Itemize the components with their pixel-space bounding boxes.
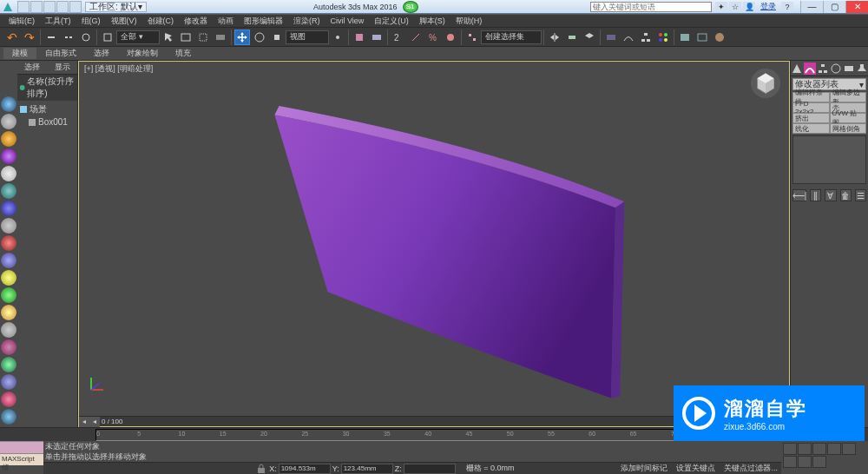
align-button[interactable] <box>564 30 580 45</box>
left-tool-icon[interactable] <box>1 305 16 320</box>
menu-modifiers[interactable]: 修改器 <box>179 16 213 27</box>
time-tag-label[interactable]: 添加时间标记 <box>621 463 667 474</box>
unlink-button[interactable] <box>61 30 76 45</box>
minimize-button[interactable]: — <box>800 1 823 13</box>
qat-icon[interactable] <box>17 1 30 13</box>
nav-button[interactable] <box>842 443 856 455</box>
left-tool-icon[interactable] <box>1 148 16 164</box>
utilities-panel-icon[interactable] <box>856 63 868 75</box>
nav-button[interactable] <box>798 443 812 455</box>
stack-pin-button[interactable]: ⟵| <box>792 189 806 201</box>
pivot-button[interactable] <box>330 30 345 45</box>
ribbon-tab-object-paint[interactable]: 对象绘制 <box>118 48 167 59</box>
help-icon[interactable]: ? <box>781 2 793 12</box>
window-crossing-button[interactable] <box>213 30 228 45</box>
named-sel-dropdown[interactable]: 创建选择集 <box>481 30 542 44</box>
left-tool-icon[interactable] <box>1 357 16 372</box>
render-production-button[interactable] <box>712 30 727 45</box>
ribbon-tab-populate[interactable]: 填充 <box>167 48 200 59</box>
select-scale-button[interactable] <box>269 30 285 45</box>
login-link[interactable]: 登录 <box>760 1 776 12</box>
left-tool-icon[interactable] <box>1 374 16 390</box>
select-manip-button[interactable] <box>352 30 367 45</box>
maximize-button[interactable]: ▢ <box>823 1 845 13</box>
modifier-btn[interactable]: 编辑多边形 <box>830 92 867 102</box>
modifier-btn[interactable]: UVW 贴图 <box>830 113 867 123</box>
menu-help[interactable]: 帮助(H) <box>450 16 488 27</box>
lock-icon[interactable] <box>255 464 267 474</box>
close-button[interactable]: ✕ <box>845 1 868 13</box>
subscription-icon[interactable]: ✦ <box>715 2 727 12</box>
stack-show-result-button[interactable]: ‖ <box>810 189 821 201</box>
menu-customize[interactable]: 自定义(U) <box>369 16 414 27</box>
snap-angle-button[interactable] <box>408 30 424 45</box>
menu-script[interactable]: 脚本(S) <box>414 16 450 27</box>
qat-icon[interactable] <box>30 1 43 13</box>
link-button[interactable] <box>43 30 59 45</box>
edit-named-sel-button[interactable] <box>464 30 480 45</box>
outliner-tab-display[interactable]: 显示 <box>48 61 78 74</box>
left-tool-icon[interactable] <box>1 218 16 234</box>
nav-button[interactable] <box>798 456 812 468</box>
ribbon-tab-freeform[interactable]: 自由形式 <box>36 48 85 59</box>
macro-recorder[interactable] <box>0 441 43 453</box>
nav-button[interactable] <box>783 456 797 468</box>
ribbon-tab-selection[interactable]: 选择 <box>85 48 118 59</box>
left-tool-icon[interactable] <box>1 166 16 181</box>
scroll-left-button[interactable]: ◂ <box>79 417 89 427</box>
select-region-button[interactable] <box>195 30 211 45</box>
info-search-input[interactable] <box>590 2 712 12</box>
modify-panel-icon[interactable] <box>804 63 816 75</box>
ribbon-toggle-button[interactable] <box>603 30 619 45</box>
left-tool-icon[interactable] <box>1 183 16 199</box>
menu-render[interactable]: 渲染(R) <box>288 16 326 27</box>
nav-button[interactable] <box>783 443 797 455</box>
mirror-button[interactable] <box>547 30 562 45</box>
key-filter-label[interactable]: 关键点过滤器... <box>724 463 778 474</box>
curve-editor-button[interactable] <box>621 30 636 45</box>
comm-icon[interactable]: ☆ <box>729 2 741 12</box>
outliner-tab-select[interactable]: 选择 <box>17 61 48 74</box>
display-panel-icon[interactable] <box>843 63 855 75</box>
left-tool-icon[interactable] <box>1 287 16 303</box>
left-tool-icon[interactable] <box>1 409 16 425</box>
rendered-frame-button[interactable] <box>694 30 710 45</box>
hierarchy-panel-icon[interactable] <box>817 63 829 75</box>
material-editor-button[interactable] <box>655 30 671 45</box>
motion-panel-icon[interactable] <box>830 63 842 75</box>
bind-button[interactable] <box>78 30 94 45</box>
left-tool-icon[interactable] <box>1 322 16 338</box>
modifier-btn[interactable]: 网格倒角 <box>830 123 867 134</box>
undo-button[interactable]: ↶ <box>4 30 20 45</box>
left-tool-icon[interactable] <box>1 270 16 286</box>
ribbon-tab-modeling[interactable]: 建模 <box>3 48 36 59</box>
keyboard-shortcut-button[interactable] <box>369 30 385 45</box>
left-tool-icon[interactable] <box>1 114 16 129</box>
menu-graph-editors[interactable]: 图形编辑器 <box>239 16 288 27</box>
select-filter-button[interactable] <box>100 30 115 45</box>
modifier-stack[interactable] <box>792 135 866 184</box>
select-move-button[interactable] <box>234 30 250 45</box>
snap-percent-button[interactable]: % <box>425 30 441 45</box>
maxscript-listener[interactable]: MAXScript 侦 <box>0 453 43 465</box>
x-coord-input[interactable]: 1094.533m <box>279 464 331 474</box>
snap-spinner-button[interactable] <box>443 30 458 45</box>
outliner-node-box[interactable]: Box001 <box>19 116 76 128</box>
qat-icon[interactable] <box>69 1 82 13</box>
z-coord-input[interactable] <box>404 464 456 474</box>
menu-group[interactable]: 组(G) <box>76 16 106 27</box>
qat-icon[interactable] <box>56 1 69 13</box>
layers-button[interactable] <box>582 30 597 45</box>
stack-remove-button[interactable]: 🗑 <box>840 189 852 201</box>
nav-button[interactable] <box>812 456 826 468</box>
select-rotate-button[interactable] <box>252 30 267 45</box>
qat-icon[interactable] <box>43 1 56 13</box>
stack-unique-button[interactable]: ∀ <box>825 189 836 201</box>
modifier-btn[interactable]: FFD 2x2x2 <box>792 102 830 113</box>
render-setup-button[interactable] <box>677 30 693 45</box>
menu-civil-view[interactable]: Civil View <box>326 16 370 25</box>
left-tool-icon[interactable] <box>1 201 16 216</box>
ref-coord-dropdown[interactable]: 视图 <box>286 30 329 44</box>
sign-badge[interactable]: S1 <box>403 1 418 13</box>
menu-create[interactable]: 创建(C) <box>142 16 180 27</box>
